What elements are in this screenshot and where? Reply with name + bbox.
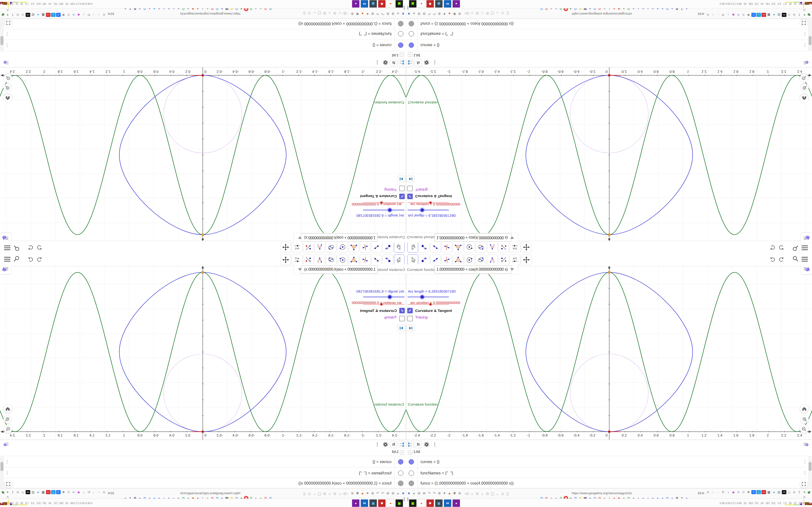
media-app-icon[interactable]: ● (452, 0, 460, 8)
undo-icon[interactable] (769, 257, 776, 263)
tool-line-button[interactable] (430, 242, 441, 252)
tool-point-button[interactable]: A (419, 242, 429, 252)
globe-icon[interactable]: ⊕ (386, 491, 390, 496)
funnel-icon[interactable]: ▼ (401, 11, 406, 16)
gear-icon[interactable]: ✱ (746, 13, 751, 17)
skip-forward-button[interactable] (398, 176, 405, 182)
visibility-marble[interactable] (398, 21, 403, 26)
arc-length-slider[interactable] (363, 296, 405, 297)
redo-icon[interactable] (28, 257, 34, 263)
algebra-stylebar-toggle[interactable] (802, 441, 810, 448)
graphics-stylebar-toggle[interactable] (0, 233, 11, 243)
globe-icon[interactable]: ⊕ (417, 11, 421, 16)
row-kebab-icon[interactable]: ⋮ (803, 459, 807, 464)
back-arrow-icon[interactable]: ← (495, 11, 500, 16)
radio-icon[interactable]: ○ (337, 11, 342, 16)
curvature-function-input[interactable]: 1.000000000000 + cos(4.000000000000 x) (301, 233, 378, 242)
url-display[interactable]: https://www.geogebra.org/classic/aagcxh3… (527, 491, 632, 495)
globe-color-icon[interactable]: ● (772, 490, 776, 494)
globe-icon[interactable]: ⊕ (350, 491, 355, 496)
globe-icon[interactable]: ⊕ (422, 491, 426, 496)
tracing-checkbox[interactable] (399, 186, 405, 191)
row-kebab-icon[interactable]: ⋮ (803, 32, 807, 37)
row-label[interactable]: curves = {} (420, 43, 439, 48)
ud-icon[interactable]: UD (782, 13, 786, 17)
counter-icon[interactable]: 0 (741, 490, 746, 494)
scrollbar[interactable] (0, 18, 4, 51)
row-kebab-icon[interactable]: ⋮ (5, 459, 9, 464)
collapse-list-button[interactable]: − (400, 52, 404, 57)
visibility-marble[interactable] (409, 21, 414, 26)
tool-circle-button[interactable] (464, 242, 475, 252)
zoom-out-button[interactable] (4, 74, 12, 82)
fullscreen-button[interactable] (800, 19, 808, 27)
globe-icon[interactable]: ⊕ (386, 11, 390, 16)
wrench-icon[interactable]: ✦ (802, 13, 807, 17)
tool-move-button[interactable] (394, 242, 405, 252)
monitor-app-icon[interactable]: ▣ (435, 499, 443, 507)
list-header[interactable]: List (414, 449, 420, 454)
zoom-level[interactable]: 81% (698, 491, 704, 495)
gear-icon[interactable]: ✱ (452, 491, 457, 496)
radio-dot-icon[interactable]: ⊙ (475, 11, 480, 16)
profile-icon[interactable]: ● (396, 11, 400, 16)
tool-move-view-button[interactable] (521, 242, 532, 252)
kebab-menu-button[interactable]: ⋮ (373, 59, 381, 66)
gear-icon[interactable]: ✱ (746, 490, 751, 494)
undo-icon[interactable] (769, 244, 776, 250)
reload-icon[interactable]: ↻ (721, 490, 725, 494)
ud-icon[interactable]: UD (782, 490, 786, 494)
scrollbar[interactable] (0, 456, 4, 489)
translate-blue-icon[interactable]: A (736, 490, 741, 494)
chevron-down-icon[interactable] (298, 268, 302, 271)
tool-move-button[interactable] (394, 255, 405, 265)
pause-icon[interactable]: ║ (403, 6, 405, 10)
chevron-down-icon[interactable] (510, 268, 514, 271)
floppy64-app-icon[interactable]: 64 (444, 0, 451, 8)
tool-point-button[interactable]: A (419, 255, 429, 265)
folder-icon[interactable]: ▢ (490, 11, 495, 16)
fx-button[interactable]: fx (390, 441, 397, 448)
visibility-marble[interactable] (398, 31, 403, 37)
palette-icon[interactable]: ◆ (77, 13, 81, 17)
tracing-checkbox[interactable] (407, 186, 413, 191)
floppy64-app-icon[interactable]: 64 (361, 499, 368, 507)
collapse-list-button[interactable]: − (408, 52, 412, 57)
globe-icon[interactable]: ⊕ (417, 491, 421, 496)
download-icon[interactable]: ↓ (82, 13, 86, 17)
forward-arrow-icon[interactable]: → (716, 490, 720, 494)
zoom-in-button[interactable] (3, 84, 11, 92)
globe-icon[interactable]: ⊕ (437, 11, 442, 16)
kebab-menu-button[interactable]: ⋮ (373, 441, 381, 448)
tool-angle-button[interactable]: α (314, 242, 325, 252)
row-label[interactable]: funcs = {1.000000000000 + cos(4.00000000… (298, 21, 392, 26)
tcp-icon[interactable]: TCP (46, 13, 51, 17)
forward-arrow-icon[interactable]: → (92, 490, 96, 494)
tracing-checkbox[interactable] (407, 316, 413, 321)
redo-icon[interactable] (28, 244, 34, 250)
tool-reflect-button[interactable] (498, 242, 509, 252)
home-button[interactable] (4, 94, 12, 103)
zoom-out-button[interactable] (800, 425, 808, 433)
pause-icon[interactable]: ║ (407, 497, 409, 501)
tool-line-button[interactable] (371, 242, 382, 252)
wrench-icon[interactable]: ✦ (5, 490, 10, 494)
graphics-stylebar-toggle[interactable] (801, 264, 812, 274)
scrollbar-thumb[interactable] (0, 462, 3, 471)
funnel-icon[interactable]: ▼ (406, 11, 411, 16)
globe-icon[interactable]: ⊕ (391, 11, 395, 16)
tool-slider-button[interactable]: a=2 (292, 242, 302, 252)
shield-icon[interactable]: ◇ (307, 491, 312, 496)
globe-icon[interactable]: ⊕ (391, 491, 395, 496)
shield-icon[interactable]: ◇ (500, 491, 505, 496)
tool-reflect-button[interactable] (498, 255, 509, 265)
menu-icon[interactable] (801, 245, 808, 250)
tool-slider-button[interactable]: a=2 (292, 255, 302, 265)
firefox-icon[interactable]: ● (360, 491, 365, 496)
radio-dot-icon[interactable]: ⊙ (332, 491, 337, 496)
thumb-up-icon[interactable]: ↥ (797, 490, 802, 494)
row-kebab-icon[interactable]: ⋮ (5, 470, 9, 475)
arc-position-slider[interactable] (407, 304, 449, 305)
arc-length-slider-knob[interactable] (420, 208, 424, 212)
zoom-out-button[interactable] (800, 74, 808, 82)
